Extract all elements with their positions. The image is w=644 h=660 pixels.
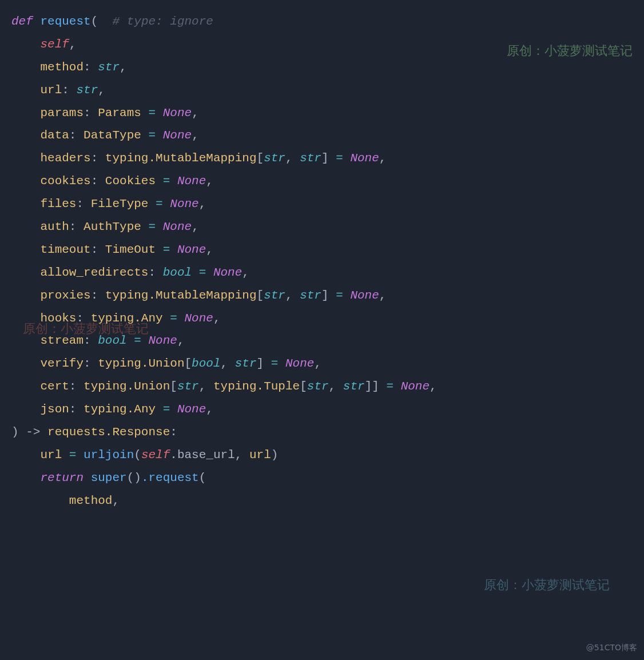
code-line: ) -> requests.Response: (11, 421, 637, 444)
code-line: files: FileType = None, (11, 193, 637, 216)
code-line: cookies: Cookies = None, (11, 170, 637, 193)
code-line: json: typing.Any = None, (11, 398, 637, 421)
code-line: timeout: TimeOut = None, (11, 238, 637, 261)
code-line: method: str, (11, 56, 637, 79)
code-line: proxies: typing.MutableMapping[str, str]… (11, 284, 637, 307)
code-line: hooks: typing.Any = None, (11, 307, 637, 330)
code-line: allow_redirects: bool = None, (11, 261, 637, 284)
code-block: 原创：小菠萝测试笔记 原创：小菠萝测试笔记 原创：小菠萝测试笔记 @51CTO博… (0, 0, 644, 660)
code-line: headers: typing.MutableMapping[str, str]… (11, 147, 637, 170)
code-line: data: DataType = None, (11, 124, 637, 147)
watermark-blue: 原创：小菠萝测试笔记 (484, 573, 610, 597)
code-line: method, (11, 490, 637, 512)
code-line: self, (11, 33, 637, 56)
code-line: url: str, (11, 79, 637, 102)
footer-credit: @51CTO博客 (586, 640, 637, 655)
code-line: auth: AuthType = None, (11, 216, 637, 238)
code-line: url = urljoin(self.base_url, url) (11, 444, 637, 467)
code-line: cert: typing.Union[str, typing.Tuple[str… (11, 375, 637, 398)
code-line: def request( # type: ignore (11, 10, 637, 33)
code-line: return super().request( (11, 467, 637, 490)
code-line: verify: typing.Union[bool, str] = None, (11, 352, 637, 375)
code-line: stream: bool = None, (11, 329, 637, 352)
code-line: params: Params = None, (11, 102, 637, 125)
